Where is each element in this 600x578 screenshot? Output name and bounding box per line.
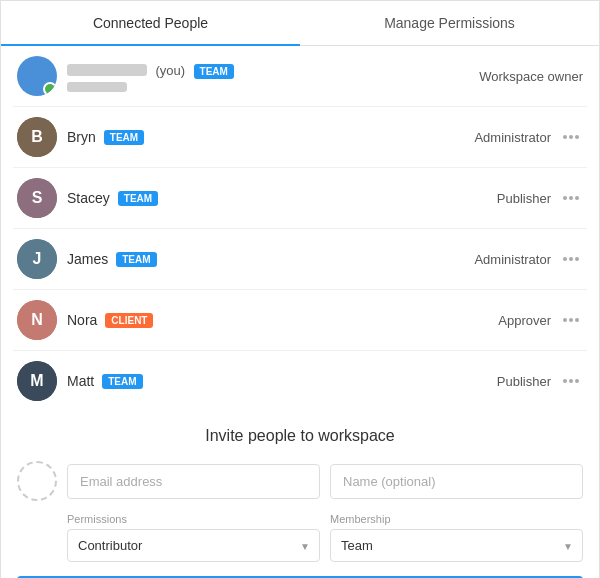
user-role: Workspace owner: [413, 69, 583, 84]
invite-fields: [67, 464, 583, 499]
svg-text:B: B: [31, 128, 43, 145]
tab-bar: Connected People Manage Permissions: [1, 1, 599, 46]
table-row: M Matt TEAM Publisher: [13, 351, 587, 411]
tab-manage-permissions[interactable]: Manage Permissions: [300, 1, 599, 45]
invite-avatar-placeholder: [17, 461, 57, 501]
table-row: B Bryn TEAM Administrator: [13, 107, 587, 168]
user-info: (you) TEAM: [57, 61, 413, 92]
user-name: Bryn: [67, 129, 96, 145]
svg-text:S: S: [32, 189, 43, 206]
avatar: [17, 56, 57, 96]
user-info: Stacey TEAM: [57, 190, 413, 206]
badge-team: TEAM: [194, 64, 234, 79]
user-info: James TEAM: [57, 251, 413, 267]
invite-form-row: [17, 461, 583, 501]
user-role: Administrator: [413, 252, 583, 267]
user-role: Administrator: [413, 130, 583, 145]
badge-team: TEAM: [118, 191, 158, 206]
table-row: (you) TEAM Workspace owner: [13, 46, 587, 107]
more-options-button[interactable]: [559, 131, 583, 143]
tab-manage-permissions-label: Manage Permissions: [384, 15, 515, 31]
svg-text:N: N: [31, 311, 43, 328]
user-role: Publisher: [413, 374, 583, 389]
user-name: Nora: [67, 312, 97, 328]
name-field[interactable]: [330, 464, 583, 499]
tab-connected-people[interactable]: Connected People: [1, 1, 300, 45]
badge-team: TEAM: [116, 252, 156, 267]
user-info: Matt TEAM: [57, 373, 413, 389]
avatar: N: [17, 300, 57, 340]
email-field[interactable]: [67, 464, 320, 499]
tab-connected-people-label: Connected People: [93, 15, 208, 31]
permissions-dropdown-group: Permissions Contributor Administrator Pu…: [67, 513, 320, 562]
user-name: Stacey: [67, 190, 110, 206]
table-row: S Stacey TEAM Publisher: [13, 168, 587, 229]
membership-label: Membership: [330, 513, 583, 525]
avatar: S: [17, 178, 57, 218]
more-options-button[interactable]: [559, 314, 583, 326]
user-name-blurred: [67, 64, 147, 76]
table-row: N Nora CLIENT Approver: [13, 290, 587, 351]
more-options-button[interactable]: [559, 192, 583, 204]
avatar: B: [17, 117, 57, 157]
membership-dropdown-group: Membership Team Client ▼: [330, 513, 583, 562]
invite-section: Invite people to workspace Permissions C…: [1, 411, 599, 562]
svg-text:M: M: [30, 372, 43, 389]
invite-title: Invite people to workspace: [17, 427, 583, 445]
membership-select[interactable]: Team Client: [330, 529, 583, 562]
svg-text:J: J: [33, 250, 42, 267]
user-role: Publisher: [413, 191, 583, 206]
more-options-button[interactable]: [559, 253, 583, 265]
avatar: J: [17, 239, 57, 279]
more-options-button[interactable]: [559, 375, 583, 387]
user-name: James: [67, 251, 108, 267]
invite-dropdowns: Permissions Contributor Administrator Pu…: [17, 513, 583, 562]
badge-client: CLIENT: [105, 313, 153, 328]
user-name: Matt: [67, 373, 94, 389]
user-info: Nora CLIENT: [57, 312, 413, 328]
user-list: (you) TEAM Workspace owner B Bryn TEAM A…: [1, 46, 599, 411]
badge-team: TEAM: [104, 130, 144, 145]
user-email-blurred: [67, 82, 127, 92]
you-label: (you): [155, 63, 185, 78]
avatar: M: [17, 361, 57, 401]
user-info: Bryn TEAM: [57, 129, 413, 145]
user-role: Approver: [413, 313, 583, 328]
badge-team: TEAM: [102, 374, 142, 389]
permissions-label: Permissions: [67, 513, 320, 525]
table-row: J James TEAM Administrator: [13, 229, 587, 290]
permissions-select[interactable]: Contributor Administrator Publisher Appr…: [67, 529, 320, 562]
